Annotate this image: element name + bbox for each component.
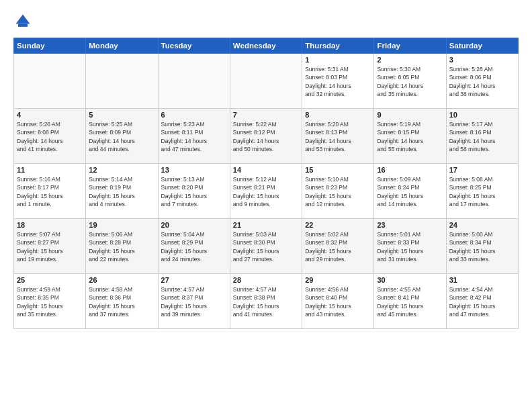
day-info: Sunrise: 5:31 AM Sunset: 8:03 PM Dayligh… — [305, 65, 371, 98]
calendar-table: SundayMondayTuesdayWednesdayThursdayFrid… — [13, 38, 519, 329]
calendar-cell: 19Sunrise: 5:06 AM Sunset: 8:28 PM Dayli… — [86, 219, 158, 274]
day-number: 11 — [17, 166, 83, 174]
day-info: Sunrise: 5:10 AM Sunset: 8:23 PM Dayligh… — [305, 175, 371, 208]
logo-icon — [13, 12, 32, 31]
day-number: 16 — [377, 166, 443, 174]
calendar-header-tuesday: Tuesday — [158, 38, 230, 54]
calendar-week-3: 11Sunrise: 5:16 AM Sunset: 8:17 PM Dayli… — [14, 164, 519, 219]
day-number: 22 — [305, 221, 371, 229]
calendar-cell: 31Sunrise: 4:54 AM Sunset: 8:42 PM Dayli… — [446, 274, 518, 329]
calendar-cell — [158, 54, 230, 109]
calendar-cell: 9Sunrise: 5:19 AM Sunset: 8:15 PM Daylig… — [374, 109, 446, 164]
calendar-cell: 18Sunrise: 5:07 AM Sunset: 8:27 PM Dayli… — [14, 219, 86, 274]
day-number: 7 — [233, 111, 299, 119]
day-number: 4 — [17, 111, 83, 119]
day-info: Sunrise: 5:19 AM Sunset: 8:15 PM Dayligh… — [377, 120, 443, 153]
calendar-cell: 22Sunrise: 5:02 AM Sunset: 8:32 PM Dayli… — [302, 219, 374, 274]
calendar-cell: 29Sunrise: 4:56 AM Sunset: 8:40 PM Dayli… — [302, 274, 374, 329]
day-number: 5 — [89, 111, 154, 119]
calendar-cell: 10Sunrise: 5:17 AM Sunset: 8:16 PM Dayli… — [446, 109, 518, 164]
day-number: 14 — [233, 166, 299, 174]
day-number: 19 — [89, 221, 154, 229]
day-info: Sunrise: 4:57 AM Sunset: 8:37 PM Dayligh… — [161, 285, 227, 318]
day-info: Sunrise: 5:12 AM Sunset: 8:21 PM Dayligh… — [233, 175, 299, 208]
calendar-cell: 8Sunrise: 5:20 AM Sunset: 8:13 PM Daylig… — [302, 109, 374, 164]
day-number: 18 — [17, 221, 83, 229]
calendar-cell — [14, 54, 86, 109]
svg-rect-1 — [18, 24, 28, 27]
day-number: 26 — [89, 276, 154, 284]
day-info: Sunrise: 5:09 AM Sunset: 8:24 PM Dayligh… — [377, 175, 443, 208]
calendar-week-2: 4Sunrise: 5:26 AM Sunset: 8:08 PM Daylig… — [14, 109, 519, 164]
calendar-header-thursday: Thursday — [302, 38, 374, 54]
calendar-cell: 16Sunrise: 5:09 AM Sunset: 8:24 PM Dayli… — [374, 164, 446, 219]
calendar-cell: 26Sunrise: 4:58 AM Sunset: 8:36 PM Dayli… — [86, 274, 158, 329]
day-number: 9 — [377, 111, 443, 119]
day-info: Sunrise: 4:56 AM Sunset: 8:40 PM Dayligh… — [305, 285, 371, 318]
calendar-cell: 15Sunrise: 5:10 AM Sunset: 8:23 PM Dayli… — [302, 164, 374, 219]
day-info: Sunrise: 4:54 AM Sunset: 8:42 PM Dayligh… — [449, 285, 515, 318]
svg-marker-0 — [16, 15, 30, 24]
calendar-cell: 28Sunrise: 4:57 AM Sunset: 8:38 PM Dayli… — [230, 274, 302, 329]
day-number: 17 — [449, 166, 515, 174]
day-info: Sunrise: 5:04 AM Sunset: 8:29 PM Dayligh… — [161, 230, 227, 263]
calendar-cell: 4Sunrise: 5:26 AM Sunset: 8:08 PM Daylig… — [14, 109, 86, 164]
day-info: Sunrise: 5:03 AM Sunset: 8:30 PM Dayligh… — [233, 230, 299, 263]
calendar-cell: 30Sunrise: 4:55 AM Sunset: 8:41 PM Dayli… — [374, 274, 446, 329]
calendar-cell: 14Sunrise: 5:12 AM Sunset: 8:21 PM Dayli… — [230, 164, 302, 219]
calendar-week-5: 25Sunrise: 4:59 AM Sunset: 8:35 PM Dayli… — [14, 274, 519, 329]
day-number: 13 — [161, 166, 227, 174]
calendar-cell — [86, 54, 158, 109]
day-info: Sunrise: 4:55 AM Sunset: 8:41 PM Dayligh… — [377, 285, 443, 318]
header — [13, 12, 519, 31]
day-number: 12 — [89, 166, 154, 174]
calendar-week-1: 1Sunrise: 5:31 AM Sunset: 8:03 PM Daylig… — [14, 54, 519, 109]
calendar-cell: 3Sunrise: 5:28 AM Sunset: 8:06 PM Daylig… — [446, 54, 518, 109]
calendar-cell: 20Sunrise: 5:04 AM Sunset: 8:29 PM Dayli… — [158, 219, 230, 274]
calendar-header-wednesday: Wednesday — [230, 38, 302, 54]
day-number: 3 — [449, 56, 515, 64]
day-info: Sunrise: 4:59 AM Sunset: 8:35 PM Dayligh… — [17, 285, 83, 318]
day-number: 6 — [161, 111, 227, 119]
day-number: 8 — [305, 111, 371, 119]
calendar-cell: 5Sunrise: 5:25 AM Sunset: 8:09 PM Daylig… — [86, 109, 158, 164]
day-number: 20 — [161, 221, 227, 229]
calendar-cell: 13Sunrise: 5:13 AM Sunset: 8:20 PM Dayli… — [158, 164, 230, 219]
calendar-cell: 7Sunrise: 5:22 AM Sunset: 8:12 PM Daylig… — [230, 109, 302, 164]
calendar-cell: 1Sunrise: 5:31 AM Sunset: 8:03 PM Daylig… — [302, 54, 374, 109]
day-info: Sunrise: 5:13 AM Sunset: 8:20 PM Dayligh… — [161, 175, 227, 208]
day-info: Sunrise: 5:28 AM Sunset: 8:06 PM Dayligh… — [449, 65, 515, 98]
day-info: Sunrise: 5:23 AM Sunset: 8:11 PM Dayligh… — [161, 120, 227, 153]
day-info: Sunrise: 5:14 AM Sunset: 8:19 PM Dayligh… — [89, 175, 154, 208]
day-number: 21 — [233, 221, 299, 229]
day-number: 28 — [233, 276, 299, 284]
calendar-cell — [230, 54, 302, 109]
day-info: Sunrise: 4:57 AM Sunset: 8:38 PM Dayligh… — [233, 285, 299, 318]
day-info: Sunrise: 5:25 AM Sunset: 8:09 PM Dayligh… — [89, 120, 154, 153]
day-info: Sunrise: 5:01 AM Sunset: 8:33 PM Dayligh… — [377, 230, 443, 263]
day-number: 23 — [377, 221, 443, 229]
day-info: Sunrise: 5:08 AM Sunset: 8:25 PM Dayligh… — [449, 175, 515, 208]
day-info: Sunrise: 5:06 AM Sunset: 8:28 PM Dayligh… — [89, 230, 154, 263]
day-info: Sunrise: 5:00 AM Sunset: 8:34 PM Dayligh… — [449, 230, 515, 263]
day-info: Sunrise: 5:20 AM Sunset: 8:13 PM Dayligh… — [305, 120, 371, 153]
day-number: 24 — [449, 221, 515, 229]
calendar-cell: 25Sunrise: 4:59 AM Sunset: 8:35 PM Dayli… — [14, 274, 86, 329]
calendar-cell: 6Sunrise: 5:23 AM Sunset: 8:11 PM Daylig… — [158, 109, 230, 164]
day-info: Sunrise: 5:26 AM Sunset: 8:08 PM Dayligh… — [17, 120, 83, 153]
calendar-header-friday: Friday — [374, 38, 446, 54]
day-number: 10 — [449, 111, 515, 119]
day-info: Sunrise: 5:22 AM Sunset: 8:12 PM Dayligh… — [233, 120, 299, 153]
calendar-header-row: SundayMondayTuesdayWednesdayThursdayFrid… — [14, 38, 519, 54]
day-info: Sunrise: 5:16 AM Sunset: 8:17 PM Dayligh… — [17, 175, 83, 208]
calendar-cell: 12Sunrise: 5:14 AM Sunset: 8:19 PM Dayli… — [86, 164, 158, 219]
calendar-cell: 24Sunrise: 5:00 AM Sunset: 8:34 PM Dayli… — [446, 219, 518, 274]
day-number: 29 — [305, 276, 371, 284]
day-info: Sunrise: 5:30 AM Sunset: 8:05 PM Dayligh… — [377, 65, 443, 98]
day-number: 25 — [17, 276, 83, 284]
calendar-header-monday: Monday — [86, 38, 158, 54]
day-number: 2 — [377, 56, 443, 64]
calendar-header-saturday: Saturday — [446, 38, 518, 54]
day-number: 15 — [305, 166, 371, 174]
calendar-cell: 17Sunrise: 5:08 AM Sunset: 8:25 PM Dayli… — [446, 164, 518, 219]
